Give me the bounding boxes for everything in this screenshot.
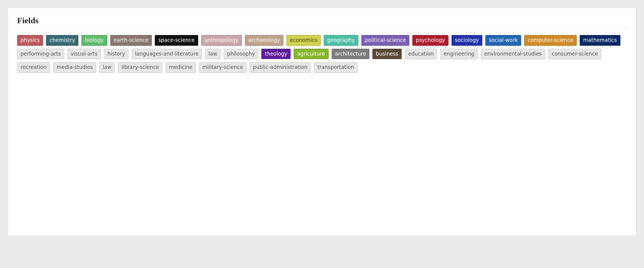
field-tag-computer-science[interactable]: computer-science: [524, 35, 577, 46]
fields-tag-list: physicschemistrybiologyearth-sciencespac…: [17, 35, 627, 73]
field-tag-economics[interactable]: economics: [286, 35, 321, 46]
field-tag-agriculture[interactable]: agriculture: [294, 49, 328, 59]
field-tag-social-work[interactable]: social-work: [485, 35, 521, 46]
field-tag-sociology[interactable]: sociology: [452, 35, 482, 46]
field-tag-architecture[interactable]: architecture: [332, 49, 370, 59]
field-tag-consumer-science[interactable]: consumer-science: [548, 49, 601, 59]
field-tag-public-administration[interactable]: public-administration: [250, 62, 311, 73]
field-tag-business[interactable]: business: [372, 49, 402, 59]
field-tag-engineering[interactable]: engineering: [440, 49, 478, 59]
field-tag-languages-and-literature[interactable]: languages-and-literature: [132, 49, 202, 59]
field-tag-geography[interactable]: geography: [324, 35, 358, 46]
field-tag-archaeology[interactable]: archaeology: [245, 35, 283, 46]
field-tag-military-science[interactable]: military-science: [199, 62, 246, 73]
field-tag-education[interactable]: education: [405, 49, 437, 59]
field-tag-philosophy[interactable]: philosophy: [224, 49, 258, 59]
fields-panel: Fields physicschemistrybiologyearth-scie…: [8, 8, 636, 236]
field-tag-psychology[interactable]: psychology: [412, 35, 448, 46]
field-tag-anthropology[interactable]: anthropology: [201, 35, 242, 46]
field-tag-biology[interactable]: biology: [81, 35, 107, 46]
section-title: Fields: [17, 16, 627, 29]
field-tag-history[interactable]: history: [104, 49, 128, 59]
field-tag-environmental-studies[interactable]: environmental-studies: [481, 49, 545, 59]
field-tag-law[interactable]: law: [99, 62, 115, 73]
field-tag-visual-arts[interactable]: visual-arts: [67, 49, 101, 59]
field-tag-recreation[interactable]: recreation: [17, 62, 50, 73]
field-tag-medicine[interactable]: medicine: [165, 62, 196, 73]
field-tag-mathematics[interactable]: mathematics: [580, 35, 620, 46]
field-tag-theology[interactable]: theology: [261, 49, 291, 59]
field-tag-political-science[interactable]: political-science: [361, 35, 410, 46]
field-tag-law[interactable]: law: [205, 49, 221, 59]
field-tag-chemistry[interactable]: chemistry: [46, 35, 78, 46]
field-tag-performing-arts[interactable]: performing-arts: [17, 49, 64, 59]
field-tag-media-studies[interactable]: media-studies: [53, 62, 96, 73]
field-tag-space-science[interactable]: space-science: [155, 35, 198, 46]
field-tag-transportation[interactable]: transportation: [314, 62, 358, 73]
field-tag-physics[interactable]: physics: [17, 35, 43, 46]
field-tag-earth-science[interactable]: earth-science: [110, 35, 152, 46]
field-tag-library-science[interactable]: library-science: [118, 62, 162, 73]
